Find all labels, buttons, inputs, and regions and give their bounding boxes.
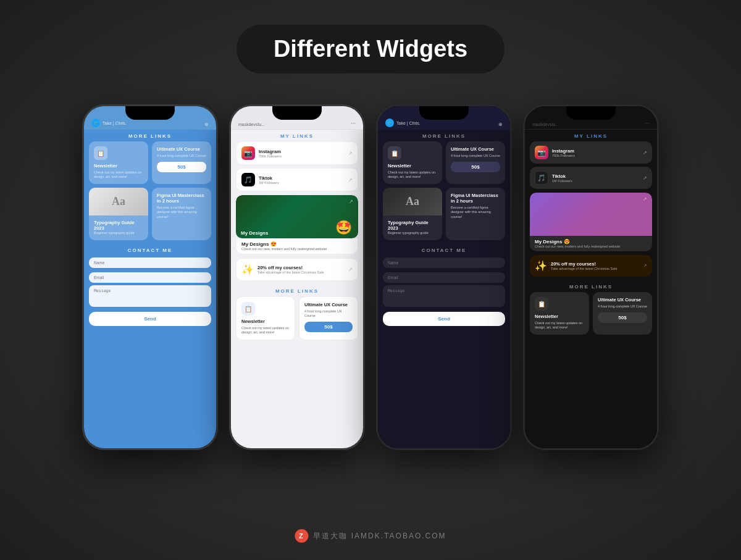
ux-title-4: Ultimate UX Course <box>598 297 647 303</box>
widget-newsletter-4[interactable]: 📋 Newsletter Check out my latest updates… <box>530 292 589 335</box>
contact-message-3[interactable] <box>383 285 505 307</box>
instagram-link-2[interactable]: 📷 Instagram 700k Followers ↗ <box>236 141 358 165</box>
contact-email-1[interactable] <box>89 272 211 283</box>
instagram-icon-4: 📷 <box>535 146 548 159</box>
section-more-links-4: MORE LINKS <box>525 280 657 292</box>
widget-grid-3a: 📋 Newsletter Check out my latest updates… <box>378 141 510 188</box>
widget-newsletter-1[interactable]: 📋 Newsletter Check out my latest updates… <box>89 141 148 184</box>
newsletter-title-4: Newsletter <box>535 314 584 319</box>
widget-grid-1b: Aa Typography Guide 2023 Beginner typogr… <box>84 188 216 244</box>
typography-desc-3: Beginner typography guide <box>388 231 437 235</box>
figma-desc-1: Become a certified figma designer with t… <box>157 206 206 219</box>
contact-name-3[interactable] <box>383 257 505 268</box>
big-card-arrow-4: ↗ <box>643 196 647 202</box>
contact-form-1: Send <box>84 256 216 331</box>
links-list-2: 📷 Instagram 700k Followers ↗ 🎵 <box>231 141 363 195</box>
widget-ux-course-1[interactable]: Ultimate UX Course 4 hour long complete … <box>152 141 211 184</box>
sale-arrow-4: ↗ <box>643 263 647 269</box>
phone4-domain: maskdevstu... <box>532 122 559 127</box>
tiktok-arrow-2: ↗ <box>348 177 353 183</box>
phone-notch-2 <box>272 106 322 120</box>
big-card-desc-4: Check out our new, modern and fully rede… <box>535 244 647 248</box>
widget-newsletter-2[interactable]: 📋 Newsletter Check out my latest updates… <box>236 296 295 340</box>
sale-star-2: ✨ <box>241 264 254 275</box>
typography-title-1: Typography Guide 2023 <box>94 220 143 231</box>
instagram-icon-2: 📷 <box>241 146 255 160</box>
phone1-topbar-action[interactable]: ⊕ <box>204 122 209 127</box>
sale-title-2: 20% off my courses! <box>257 265 324 270</box>
widget-figma-3[interactable]: Figma UI Masterclass in 2 hours Become a… <box>446 188 505 240</box>
figma-title-1: Figma UI Masterclass in 2 hours <box>157 193 206 204</box>
twitter-icon-1: 🐦 <box>91 119 100 127</box>
big-card-2[interactable]: 🤩 My Designs My Designs 😍 Check out our … <box>236 195 358 254</box>
big-card-arrow-2: ↗ <box>349 199 353 204</box>
newsletter-icon-1: 📋 <box>94 146 107 160</box>
tiktok-sub-4: 1M Followers <box>552 179 572 183</box>
newsletter-desc-1: Check out my latest updates on design, a… <box>94 170 143 179</box>
big-card-title-4: My Designs 😍 <box>535 239 647 244</box>
ux-course-desc-1: 4 hour long complete UX Course <box>157 154 206 158</box>
tiktok-icon-4: 🎵 <box>535 171 548 185</box>
section-contact-1: CONTACT ME <box>84 244 216 256</box>
widget-grid-1a: 📋 Newsletter Check out my latest updates… <box>84 141 216 188</box>
newsletter-desc-2: Check out my latest updates on design, a… <box>241 326 290 335</box>
phone-notch-3 <box>419 106 469 120</box>
contact-name-1[interactable] <box>89 257 211 268</box>
phone-1: 🐦 Take | Chris. ⊕ MORE LINKS 📋 Newslette… <box>82 104 218 450</box>
ux-price-4[interactable]: 50$ <box>598 312 647 323</box>
phone-2: maskdevstu... ··· MY LINKS 📷 Instagram 7… <box>229 104 365 450</box>
sale-card-2[interactable]: ✨ 20% off my courses! Take advantage of … <box>236 258 358 281</box>
tiktok-link-2[interactable]: 🎵 Tiktok 1M Followers ↗ <box>236 168 358 191</box>
tiktok-name-4: Tiktok <box>552 173 572 179</box>
widget-grid-4: 📋 Newsletter Check out my latest updates… <box>525 292 657 338</box>
big-card-img-4 <box>530 193 652 236</box>
header-regular: Different <box>274 36 370 62</box>
contact-email-3[interactable] <box>383 272 505 283</box>
widget-typography-3[interactable]: Aa Typography Guide 2023 Beginner typogr… <box>383 188 442 240</box>
phones-row: 🐦 Take | Chris. ⊕ MORE LINKS 📋 Newslette… <box>82 104 659 450</box>
phone-notch-1 <box>125 106 175 120</box>
sale-arrow-2: ↗ <box>348 267 353 272</box>
sale-title-4: 20% off my courses! <box>551 261 618 267</box>
ux-desc-2: 4 hour long complete UX Course <box>304 309 353 318</box>
phone3-action[interactable]: ⊕ <box>498 122 503 127</box>
ux-title-3: Ultimate UX Course <box>451 146 500 152</box>
widget-figma-1[interactable]: Figma UI Masterclass in 2 hours Become a… <box>152 188 211 240</box>
instagram-arrow-2: ↗ <box>348 151 353 156</box>
figma-title-3: Figma UI Masterclass in 2 hours <box>451 193 500 204</box>
newsletter-icon-2: 📋 <box>241 302 255 316</box>
typography-desc-1: Beginner typography guide <box>94 231 143 235</box>
sale-card-4[interactable]: ✨ 20% off my courses! Take advantage of … <box>530 255 652 277</box>
instagram-link-4[interactable]: 📷 Instagram 700k Followers ↗ <box>530 141 652 164</box>
instagram-name-2: Instagram <box>259 149 282 154</box>
widget-grid-3b: Aa Typography Guide 2023 Beginner typogr… <box>378 188 510 244</box>
ux-course-title-1: Ultimate UX Course <box>157 146 206 152</box>
header-bold: Widgets <box>377 36 467 62</box>
contact-form-3: Send <box>378 256 510 331</box>
typography-img-3: Aa <box>383 188 442 215</box>
contact-message-1[interactable] <box>89 285 211 307</box>
widget-newsletter-3[interactable]: 📋 Newsletter Check out my latest updates… <box>383 141 442 184</box>
tiktok-sub-2: 1M Followers <box>259 181 279 185</box>
newsletter-title-3: Newsletter <box>388 163 437 169</box>
ux-desc-4: 4 hour long complete UX Course <box>598 304 647 309</box>
typography-title-3: Typography Guide 2023 <box>388 220 437 231</box>
widget-ux-3[interactable]: Ultimate UX Course 4 hour long complete … <box>446 141 505 184</box>
big-card-4[interactable]: My Designs 😍 Check out our new, modern a… <box>530 193 652 251</box>
ux-title-2: Ultimate UX Course <box>304 302 353 307</box>
ux-price-2[interactable]: 50$ <box>304 322 353 332</box>
widget-ux-4[interactable]: Ultimate UX Course 4 hour long complete … <box>593 292 652 335</box>
send-btn-3[interactable]: Send <box>383 312 505 326</box>
phone-4: maskdevstu... ··· MY LINKS 📷 Instagram 7… <box>523 104 659 450</box>
phone1-topbar-text: Take | Chris. <box>103 121 127 125</box>
send-btn-1[interactable]: Send <box>89 312 211 326</box>
ux-course-price-btn-1[interactable]: 50$ <box>157 162 206 172</box>
sale-desc-4: Take advantage of the latest Christmas S… <box>551 267 618 270</box>
widget-typography-1[interactable]: Aa Typography Guide 2023 Beginner typogr… <box>89 188 148 240</box>
phone4-dots: ··· <box>645 120 650 127</box>
ux-desc-3: 4 hour long complete UX Course <box>451 154 500 158</box>
header-badge: Different Widgets <box>237 25 504 73</box>
widget-ux-2[interactable]: Ultimate UX Course 4 hour long complete … <box>299 296 358 340</box>
ux-price-3[interactable]: 50$ <box>451 162 500 172</box>
tiktok-link-4[interactable]: 🎵 Tiktok 1M Followers ↗ <box>530 167 652 189</box>
